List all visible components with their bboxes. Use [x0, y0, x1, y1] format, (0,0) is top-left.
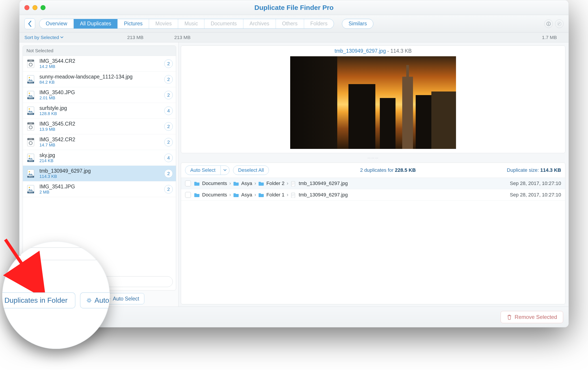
- jpeg-icon: JPEG: [26, 169, 36, 178]
- magnified-auto-select-button[interactable]: Auto Select: [80, 293, 110, 308]
- back-button[interactable]: [24, 18, 35, 29]
- cr2-icon: CR2: [26, 137, 36, 147]
- chevron-down-icon: [223, 169, 227, 171]
- svg-point-18: [29, 108, 30, 110]
- splitter-grip[interactable]: ⋯⋯⋯: [181, 156, 565, 159]
- auto-select-dropdown[interactable]: [220, 165, 230, 175]
- file-size: 114.3 KB: [40, 174, 161, 179]
- tab-folders: Folders: [304, 19, 334, 29]
- jpeg-icon: JPEG: [26, 184, 36, 194]
- list-item[interactable]: JPEGIMG_3540.JPG2.01 MB2: [23, 87, 176, 103]
- tab-similars[interactable]: Similars: [342, 19, 373, 29]
- callout-arrow: [0, 234, 49, 293]
- svg-point-2: [548, 22, 549, 23]
- svg-text:JPEG: JPEG: [29, 160, 33, 162]
- trash-icon: [507, 314, 512, 320]
- category-tabs: Overview All Duplicates Pictures Movies …: [39, 19, 334, 29]
- tab-all-duplicates[interactable]: All Duplicates: [74, 19, 118, 29]
- crumb-segment: Documents: [202, 192, 227, 198]
- toolbar: Overview All Duplicates Pictures Movies …: [20, 15, 568, 33]
- deselect-all-button[interactable]: Deselect All: [233, 165, 269, 175]
- tab-pictures[interactable]: Pictures: [118, 19, 149, 29]
- list-item[interactable]: JPEGsky.jpg214 KB4: [23, 150, 176, 166]
- rss-icon[interactable]: [555, 20, 564, 28]
- svg-point-14: [29, 93, 30, 94]
- row-checkbox[interactable]: [185, 192, 191, 198]
- file-name: sky.jpg: [40, 152, 161, 158]
- preview-title: tmb_130949_6297.jpg - 114.3 KB: [335, 48, 412, 54]
- svg-rect-1: [548, 23, 549, 25]
- size-pictures: 213 MB: [159, 35, 206, 40]
- crumb-segment: tmb_130949_6297.jpg: [299, 181, 348, 186]
- main: tmb_130949_6297.jpg - 114.3 KB ⋯⋯⋯ Auto …: [178, 42, 568, 306]
- folder-icon: [194, 192, 200, 197]
- dup-count-badge: 2: [164, 59, 173, 68]
- folder-icon: [194, 181, 200, 186]
- svg-text:JPEG: JPEG: [29, 82, 33, 83]
- minimize-window-button[interactable]: [32, 5, 37, 10]
- list-item[interactable]: JPEGtmb_130949_6297.jpg114.3 KB2: [23, 166, 176, 181]
- file-size: 128.8 KB: [40, 111, 161, 116]
- svg-text:CR2: CR2: [29, 122, 32, 124]
- crumb-segment: Folder 2: [266, 181, 284, 186]
- svg-point-38: [29, 187, 30, 188]
- window-controls: [24, 5, 45, 10]
- cr2-icon: CR2: [26, 121, 36, 131]
- list-item[interactable]: JPEGIMG_3541.JPG2 MB2: [23, 181, 176, 197]
- list-header: Not Selected: [23, 46, 176, 56]
- file-name: tmb_130949_6297.jpg: [40, 168, 161, 174]
- file-size: 84.2 KB: [40, 80, 161, 85]
- crumb-segment: Asya: [241, 181, 252, 186]
- crumb-segment: Folder 1: [266, 192, 284, 198]
- crumb-segment: Asya: [241, 192, 252, 198]
- detail-rows: Documents›Asya›Folder 2›tmb_130949_6297.…: [181, 178, 565, 201]
- dup-count-badge: 2: [164, 185, 173, 194]
- zoom-window-button[interactable]: [41, 5, 45, 10]
- dup-count-badge: 2: [164, 75, 173, 84]
- file-size: 2 MB: [40, 190, 161, 195]
- file-name: IMG_3542.CR2: [40, 137, 161, 143]
- titlebar: Duplicate File Finder Pro: [20, 0, 568, 15]
- info-icon[interactable]: [544, 20, 553, 28]
- sort-dropdown[interactable]: Sort by Selected: [24, 35, 96, 40]
- jpeg-icon: JPEG: [26, 75, 36, 84]
- tab-movies: Movies: [149, 19, 178, 29]
- detail-summary: 2 duplicates for 228.5 KB: [273, 167, 503, 173]
- list-item[interactable]: CR2IMG_3544.CR214.2 MB2: [23, 56, 176, 72]
- file-icon: [291, 181, 296, 186]
- jpeg-icon: JPEG: [26, 106, 36, 116]
- duplicate-row[interactable]: Documents›Asya›Folder 1›tmb_130949_6297.…: [181, 189, 565, 201]
- auto-select-pill[interactable]: Auto Select: [185, 165, 220, 175]
- row-checkbox[interactable]: [185, 181, 191, 186]
- list-item[interactable]: JPEGsunny-meadow-landscape_1112-134.jpg8…: [23, 72, 176, 87]
- file-name: IMG_3545.CR2: [40, 121, 161, 127]
- file-size: 14.2 MB: [40, 64, 161, 69]
- tab-overview[interactable]: Overview: [40, 19, 74, 29]
- auto-select-label: Auto Select: [113, 296, 139, 302]
- file-size: 2.01 MB: [40, 96, 161, 100]
- folder-icon: [233, 181, 239, 186]
- detail-dup-size: Duplicate size: 114.3 KB: [507, 167, 561, 173]
- dup-count-badge: 2: [164, 138, 173, 146]
- list-item[interactable]: CR2IMG_3542.CR214.7 MB2: [23, 134, 176, 150]
- window-title: Duplicate File Finder Pro: [20, 4, 568, 11]
- tab-documents: Documents: [204, 19, 243, 29]
- row-date: Sep 28, 2017, 10:27:10: [510, 181, 561, 186]
- sort-label: Sort by Selected: [24, 35, 59, 40]
- svg-text:JPEG: JPEG: [29, 192, 33, 193]
- preview-size: - 114.3 KB: [386, 48, 412, 54]
- magnified-select-folder-button[interactable]: Select Duplicates in Folder: [2, 293, 75, 308]
- svg-text:JPEG: JPEG: [29, 113, 33, 115]
- auto-select-split: Auto Select: [185, 165, 230, 175]
- remove-selected-button[interactable]: Remove Selected: [501, 311, 563, 323]
- svg-text:JPEG: JPEG: [29, 97, 33, 99]
- detail-panel: Auto Select Deselect All 2 duplicates fo…: [181, 163, 565, 304]
- folder-icon: [258, 192, 264, 197]
- list-item[interactable]: JPEGsurfstyle.jpg128.8 KB4: [23, 103, 176, 119]
- file-name: IMG_3541.JPG: [40, 184, 161, 190]
- chevron-down-icon: [60, 36, 63, 39]
- cr2-icon: CR2: [26, 59, 36, 69]
- close-window-button[interactable]: [24, 5, 29, 10]
- duplicate-row[interactable]: Documents›Asya›Folder 2›tmb_130949_6297.…: [181, 178, 565, 189]
- list-item[interactable]: CR2IMG_3545.CR213.9 MB2: [23, 119, 176, 134]
